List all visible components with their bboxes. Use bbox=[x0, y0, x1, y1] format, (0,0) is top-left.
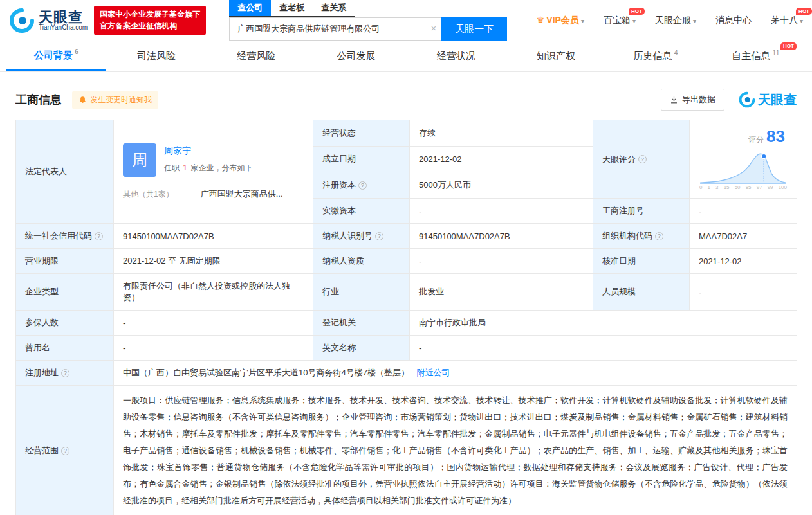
field-label-credit-code: 统一社会信用代码? bbox=[16, 224, 114, 249]
legal-rep-cell: 周 周家宇 任职 1 家企业，分布如下 其他（共1家） 广西国盟大宗商品供... bbox=[114, 120, 313, 224]
field-value-paid-capital: - bbox=[410, 199, 593, 224]
field-label-industry: 行业 bbox=[313, 274, 410, 311]
crown-icon: ♛ bbox=[537, 15, 545, 25]
field-label-reg-capital: 注册资本? bbox=[313, 172, 410, 199]
field-value-english-name: - bbox=[410, 336, 797, 361]
menu-treasure-box[interactable]: 百宝箱▾HOT bbox=[604, 15, 636, 26]
gov-badge-line1: 国家中小企业发展子基金旗下 bbox=[100, 9, 200, 20]
search-area: 查公司 查老板 查关系 × 天眼一下 bbox=[229, 0, 507, 41]
tianyancha-watermark-logo: 天眼查 bbox=[739, 91, 797, 109]
tab-operation-status[interactable]: 经营状况 bbox=[406, 41, 506, 71]
help-icon[interactable]: ? bbox=[638, 155, 647, 163]
avatar[interactable]: 周 bbox=[123, 143, 156, 177]
chevron-down-icon: ▾ bbox=[581, 17, 584, 24]
chevron-down-icon: ▾ bbox=[632, 17, 636, 24]
field-label-est-date: 成立日期 bbox=[313, 146, 410, 172]
field-label-staff-size: 人员规模 bbox=[593, 274, 690, 311]
top-header: 天眼查 TianYanCha.com 国家中小企业发展子基金旗下 官方备案企业征… bbox=[0, 0, 812, 41]
field-label-taxpayer-qualification: 纳税人资质 bbox=[313, 249, 410, 274]
search-tab-relation[interactable]: 查关系 bbox=[313, 0, 355, 16]
business-registration-table: 法定代表人 周 周家宇 任职 1 家企业，分布如下 其他（共1家） 广西国盟大宗… bbox=[15, 120, 797, 515]
logo-name: 天眼查 bbox=[39, 10, 88, 24]
field-value-insured-count: - bbox=[114, 311, 313, 336]
field-value-reg-capital: 5000万人民币 bbox=[410, 172, 593, 199]
search-button[interactable]: 天眼一下 bbox=[441, 17, 507, 41]
search-tabs: 查公司 查老板 查关系 bbox=[229, 0, 355, 17]
search-tab-boss[interactable]: 查老板 bbox=[271, 0, 313, 16]
field-value-staff-size: - bbox=[690, 274, 797, 311]
field-value-business-scope: 一般项目：供应链管理服务；信息系统集成服务；技术服务、技术开发、技术咨询、技术交… bbox=[114, 386, 797, 515]
help-icon[interactable]: ? bbox=[358, 181, 367, 190]
menu-vip[interactable]: ♛VIP会员▾ bbox=[537, 15, 584, 26]
change-notify-button[interactable]: 发生变更时通知我 bbox=[72, 91, 158, 109]
field-label-insured-count: 参保人数 bbox=[16, 311, 114, 336]
field-label-registration-authority: 登记机关 bbox=[313, 311, 410, 336]
tab-self-published-info[interactable]: 自主信息11HOT bbox=[706, 41, 806, 71]
field-label-paid-capital: 实缴资本 bbox=[313, 199, 410, 224]
help-icon[interactable]: ? bbox=[61, 369, 69, 377]
tianyancha-logo-icon bbox=[9, 8, 35, 33]
search-tab-company[interactable]: 查公司 bbox=[229, 0, 271, 16]
business-info-toolbar: 工商信息 发生变更时通知我 导出数据 天眼查 bbox=[15, 89, 797, 111]
help-icon[interactable]: ? bbox=[655, 232, 663, 240]
search-input[interactable] bbox=[229, 17, 441, 41]
field-value-company-type: 有限责任公司（非自然人投资或控股的法人独资） bbox=[114, 274, 313, 311]
tab-operation-risk[interactable]: 经营风险 bbox=[207, 41, 306, 71]
field-value-taxpayer-qualification: - bbox=[410, 249, 593, 274]
field-label-business-scope: 经营范围? bbox=[16, 386, 114, 515]
field-label-legal-rep: 法定代表人 bbox=[16, 120, 114, 224]
help-icon[interactable]: ? bbox=[95, 232, 103, 240]
export-data-button[interactable]: 导出数据 bbox=[661, 89, 724, 111]
field-value-business-term: 2021-12-02 至 无固定期限 bbox=[114, 249, 313, 274]
legal-rep-name-link[interactable]: 周家宇 bbox=[164, 145, 252, 157]
score-curve bbox=[699, 147, 788, 184]
menu-enterprise-service[interactable]: 天眼企服▾ bbox=[655, 15, 696, 26]
chevron-down-icon: ▾ bbox=[800, 17, 803, 24]
field-label-company-type: 企业类型 bbox=[16, 274, 114, 311]
tab-history-info[interactable]: 历史信息4 bbox=[606, 41, 706, 71]
field-label-former-name: 曾用名 bbox=[16, 336, 114, 361]
score-axis: 0131550859799100 bbox=[699, 184, 788, 192]
field-label-registered-address: 注册地址? bbox=[16, 361, 114, 386]
hot-badge: HOT bbox=[780, 42, 797, 50]
rep-group-label: 其他（共1家） bbox=[123, 189, 174, 200]
top-menu: ♛VIP会员▾ 百宝箱▾HOT 天眼企服▾ 消息中心 茅十八▾HOT bbox=[537, 15, 803, 26]
tianyancha-logo-icon bbox=[739, 91, 755, 108]
field-value-est-date: 2021-12-02 bbox=[410, 146, 593, 172]
field-label-org-code: 组织机构代码? bbox=[593, 224, 690, 249]
chevron-down-icon: ▾ bbox=[693, 17, 696, 24]
field-value-credit-code: 91450100MAA7D02A7B bbox=[114, 224, 313, 249]
nearby-companies-link[interactable]: 附近公司 bbox=[417, 368, 450, 377]
clear-search-icon[interactable]: × bbox=[430, 23, 436, 33]
tab-judicial-risk[interactable]: 司法风险 bbox=[106, 41, 206, 71]
help-icon[interactable]: ? bbox=[375, 232, 383, 240]
field-value-taxpayer-id: 91450100MAA7D02A7B bbox=[410, 224, 593, 249]
rep-company-link[interactable]: 广西国盟大宗商品供... bbox=[201, 188, 283, 200]
tab-company-background[interactable]: 公司背景6 bbox=[6, 41, 106, 71]
field-label-taxpayer-id: 纳税人识别号? bbox=[313, 224, 410, 249]
bell-icon bbox=[78, 96, 87, 104]
field-label-approval-date: 核准日期 bbox=[593, 249, 690, 274]
page-title: 工商信息 bbox=[15, 92, 62, 107]
help-icon[interactable]: ? bbox=[61, 447, 69, 455]
hot-badge: HOT bbox=[796, 8, 812, 15]
menu-user-account[interactable]: 茅十八▾HOT bbox=[771, 15, 803, 26]
gov-badge-line2: 官方备案企业征信机构 bbox=[100, 21, 200, 32]
tianyancha-logo[interactable]: 天眼查 TianYanCha.com bbox=[9, 8, 88, 33]
score-value: 83 bbox=[766, 127, 785, 146]
field-value-former-name: - bbox=[114, 336, 313, 361]
download-icon bbox=[670, 96, 678, 104]
menu-message-center[interactable]: 消息中心 bbox=[715, 15, 752, 26]
tab-intellectual-property[interactable]: 知识产权 bbox=[506, 41, 605, 71]
field-value-registered-address: 中国（广西）自由贸易试验区南宁片区平乐大道10号商务街4号楼7楼（整层） 附近公… bbox=[114, 361, 797, 386]
tab-company-development[interactable]: 公司发展 bbox=[306, 41, 406, 71]
field-value-status: 存续 bbox=[410, 120, 593, 147]
field-label-status: 经营状态 bbox=[313, 120, 410, 147]
legal-rep-tenure: 任职 1 家企业，分布如下 bbox=[164, 163, 252, 174]
field-label-reg-number: 工商注册号 bbox=[593, 199, 690, 224]
field-value-org-code: MAA7D02A7 bbox=[690, 224, 797, 249]
field-label-score: 天眼评分? bbox=[593, 120, 690, 199]
field-value-reg-number: - bbox=[690, 199, 797, 224]
field-value-industry: 批发业 bbox=[410, 274, 593, 311]
company-nav-tabs: 公司背景6 司法风险 经营风险 公司发展 经营状况 知识产权 历史信息4 自主信… bbox=[0, 41, 812, 72]
